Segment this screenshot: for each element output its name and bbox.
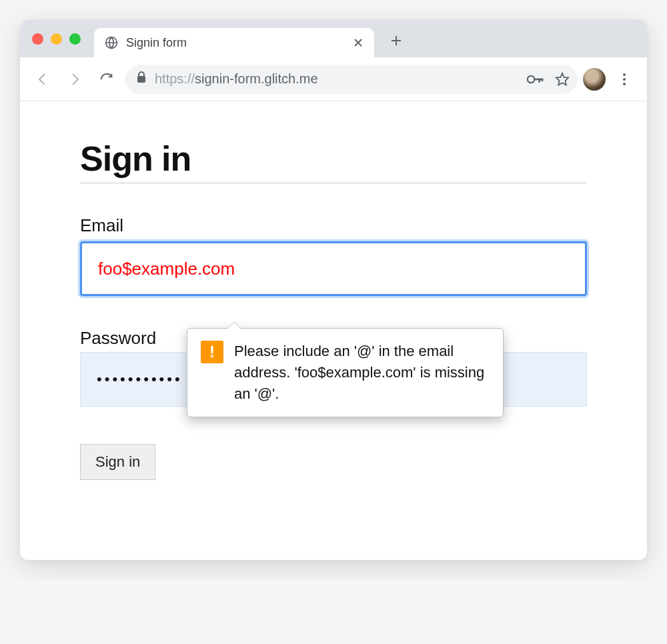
svg-point-6 [623,73,626,76]
svg-point-2 [528,75,534,82]
svg-point-7 [623,78,626,81]
email-input[interactable] [80,241,587,296]
svg-rect-5 [542,78,544,81]
email-label: Email [80,215,587,236]
validation-message: Please include an '@' in the email addre… [234,341,490,405]
signin-button[interactable]: Sign in [80,444,155,480]
new-tab-button[interactable] [386,31,406,51]
tab-strip: Signin form [20,20,647,57]
tab-title: Signin form [126,36,344,50]
browser-window: Signin form [20,20,647,560]
menu-button[interactable] [611,66,638,93]
reload-button[interactable] [93,66,120,93]
heading-divider [80,183,587,183]
key-icon[interactable] [527,74,544,85]
password-label: Password [80,328,156,349]
page-heading: Sign in [80,139,587,179]
globe-icon [105,36,118,49]
browser-toolbar: https://signin-form.glitch.me [20,57,647,101]
address-bar[interactable]: https://signin-form.glitch.me [125,65,578,94]
lock-icon [136,71,147,87]
svg-rect-4 [538,78,540,82]
browser-tab[interactable]: Signin form [94,28,374,57]
url-text: https://signin-form.glitch.me [155,71,519,87]
window-controls [32,33,81,45]
forward-button[interactable] [61,66,88,93]
svg-point-8 [623,83,626,85]
warning-icon: ! [201,341,223,363]
profile-avatar[interactable] [583,68,606,91]
page-content: Sign in Email Password Sign in ! Please … [20,101,647,560]
close-window-button[interactable] [32,33,43,45]
maximize-window-button[interactable] [69,33,81,45]
star-icon[interactable] [555,72,570,87]
svg-rect-1 [137,76,145,83]
validation-tooltip: ! Please include an '@' in the email add… [187,328,504,417]
back-button[interactable] [29,66,56,93]
close-tab-button[interactable] [352,36,365,49]
minimize-window-button[interactable] [51,33,62,45]
